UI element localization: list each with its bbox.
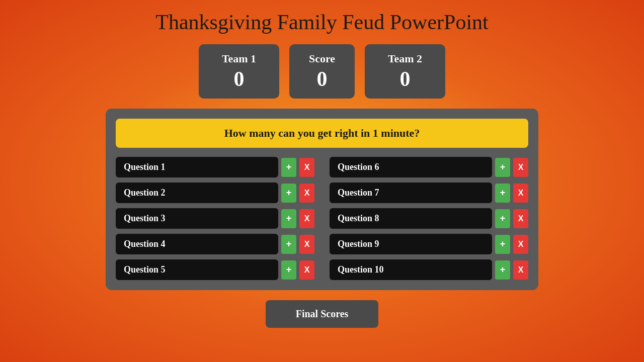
question-label-2: Question 2 [116, 183, 278, 203]
plus-button-2[interactable]: + [281, 184, 296, 203]
x-button-2[interactable]: X [299, 184, 314, 203]
question-label-9: Question 9 [330, 234, 492, 254]
question-label-8: Question 8 [330, 208, 492, 229]
team2-label: Team 2 [380, 52, 430, 65]
team2-box: Team 2 0 [365, 44, 445, 99]
x-button-4[interactable]: X [299, 235, 314, 254]
question-label-7: Question 7 [330, 183, 492, 203]
page-title: Thanksgiving Family Feud PowerPoint [155, 10, 489, 34]
team1-label: Team 1 [214, 52, 264, 65]
plus-button-5[interactable]: + [281, 260, 296, 280]
question-row-left-4: Question 4+X [116, 234, 314, 254]
team1-box: Team 1 0 [199, 44, 279, 99]
x-button-3[interactable]: X [299, 209, 314, 228]
x-button-7[interactable]: X [513, 184, 528, 203]
question-row-right-9: Question 9+X [330, 234, 528, 254]
team2-score: 0 [380, 67, 430, 90]
question-row-right-10: Question 10+X [330, 259, 528, 280]
plus-button-8[interactable]: + [495, 209, 510, 228]
question-label-1: Question 1 [116, 157, 278, 177]
plus-button-10[interactable]: + [495, 260, 510, 280]
plus-button-7[interactable]: + [495, 184, 510, 203]
plus-button-4[interactable]: + [281, 235, 296, 254]
question-row-right-6: Question 6+X [330, 157, 528, 177]
team1-score: 0 [214, 67, 264, 90]
question-row-left-3: Question 3+X [116, 208, 314, 229]
question-label-5: Question 5 [116, 259, 278, 280]
questions-grid: Question 1+XQuestion 2+XQuestion 3+XQues… [116, 157, 528, 280]
question-row-left-2: Question 2+X [116, 183, 314, 203]
plus-button-6[interactable]: + [495, 158, 510, 177]
question-row-right-7: Question 7+X [330, 183, 528, 203]
question-banner: How many can you get right in 1 minute? [116, 119, 528, 148]
main-panel: How many can you get right in 1 minute? … [106, 109, 538, 290]
plus-button-9[interactable]: + [495, 235, 510, 254]
scoreboard: Team 1 0 Score 0 Team 2 0 [199, 44, 445, 99]
left-questions: Question 1+XQuestion 2+XQuestion 3+XQues… [116, 157, 314, 280]
plus-button-3[interactable]: + [281, 209, 296, 228]
x-button-1[interactable]: X [299, 158, 314, 177]
final-scores-button[interactable]: Final Scores [266, 300, 379, 328]
x-button-9[interactable]: X [513, 235, 528, 254]
score-center-box: Score 0 [289, 44, 355, 99]
question-label-3: Question 3 [116, 208, 278, 229]
question-row-right-8: Question 8+X [330, 208, 528, 229]
x-button-8[interactable]: X [513, 209, 528, 228]
question-row-left-1: Question 1+X [116, 157, 314, 177]
question-row-left-5: Question 5+X [116, 259, 314, 280]
x-button-10[interactable]: X [513, 260, 528, 280]
plus-button-1[interactable]: + [281, 158, 296, 177]
x-button-5[interactable]: X [299, 260, 314, 280]
question-label-6: Question 6 [330, 157, 492, 177]
right-questions: Question 6+XQuestion 7+XQuestion 8+XQues… [330, 157, 528, 280]
x-button-6[interactable]: X [513, 158, 528, 177]
score-center-value: 0 [304, 67, 340, 90]
question-label-4: Question 4 [116, 234, 278, 254]
question-label-10: Question 10 [330, 259, 492, 280]
score-center-label: Score [304, 52, 340, 65]
